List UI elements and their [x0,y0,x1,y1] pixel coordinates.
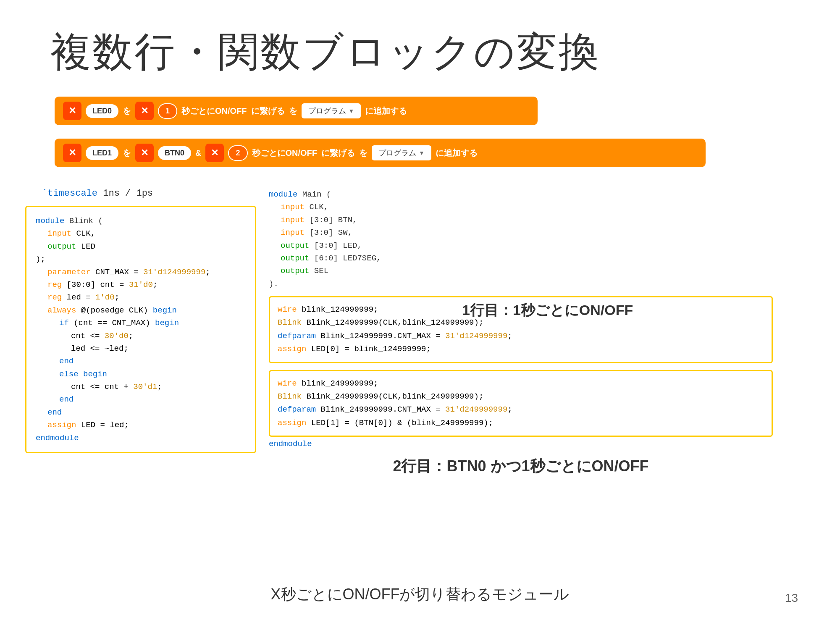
block-row-2: ✕ LED1 を ✕ BTN0 & ✕ 2 秒ごとにON/OFF に繋げる を … [55,139,706,167]
led0-pill[interactable]: LED0 [86,104,118,118]
label-connect-2: に繋げる [321,147,355,159]
right-code-block-2: wire blink_249999999; Blink Blink_249999… [269,370,773,437]
block-row-1: ✕ LED0 を ✕ 1 秒ごとにON/OFF に繋げる を プログラム ▼ に… [55,97,538,125]
label-add-2: に追加する [436,147,478,159]
num-1[interactable]: 1 [158,103,177,119]
annotation-1: 1行目：1秒ごとにON/OFF [462,301,633,320]
particle-wo-3: を [123,147,131,159]
delete-icon-3[interactable]: ✕ [63,144,81,162]
delete-icon-1[interactable]: ✕ [63,102,81,120]
page-title: 複数行・関数ブロックの変換 [50,25,601,80]
timescale-line: `timescale 1ns / 1ps [42,188,153,199]
annotation-2: 2行目：BTN0 かつ1秒ごとにON/OFF [269,456,773,477]
particle-wo-2: を [289,105,297,117]
label-on-off-2: 秒ごとにON/OFF [252,147,318,159]
delete-icon-2[interactable]: ✕ [135,102,154,120]
right-code-area: module Main ( input CLK, input [3:0] BTN… [269,188,773,477]
num-2[interactable]: 2 [228,145,247,161]
program-dropdown-2[interactable]: プログラム ▼ [372,145,431,160]
led1-pill[interactable]: LED1 [86,146,118,160]
particle-wo-4: を [359,147,368,159]
delete-icon-5[interactable]: ✕ [205,144,224,162]
label-on-off-1: 秒ごとにON/OFF [181,105,247,117]
particle-wo-1: を [123,105,131,117]
amp-text: & [195,148,201,158]
left-code-block: module Blink ( input CLK, output LED ); … [25,206,256,453]
program-dropdown-1[interactable]: プログラム ▼ [302,103,361,118]
footer-text: X秒ごとにON/OFFが切り替わるモジュール [271,584,570,605]
page-number: 13 [785,591,798,605]
label-add-1: に追加する [365,105,407,117]
label-connect-1: に繋げる [251,105,285,117]
endmodule-line: endmodule [269,439,773,449]
btn0-pill[interactable]: BTN0 [158,146,191,160]
delete-icon-4[interactable]: ✕ [135,144,154,162]
